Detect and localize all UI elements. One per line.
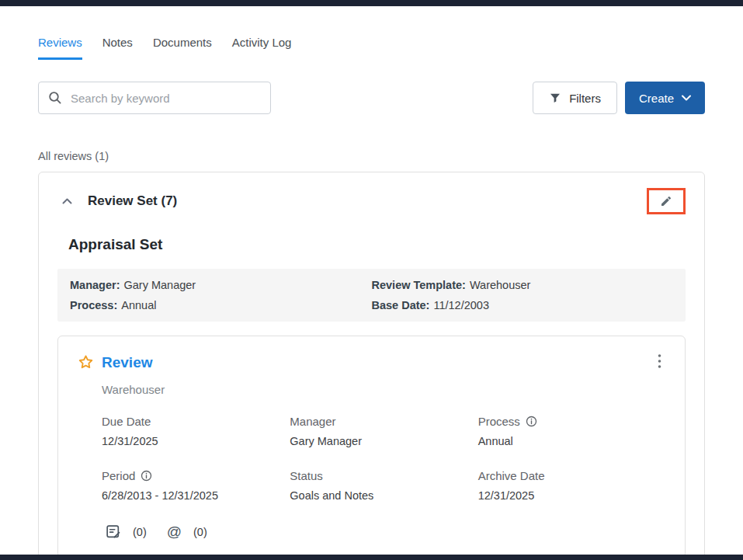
- review-set-name: Appraisal Set: [68, 236, 686, 253]
- summary-label: Base Date:: [372, 299, 430, 311]
- summary-review-template: Review Template:Warehouser: [372, 279, 674, 291]
- tab-documents[interactable]: Documents: [153, 36, 212, 60]
- field-manager: Manager Gary Manager: [290, 415, 477, 447]
- filter-funnel-icon: [549, 92, 561, 104]
- summary-label: Manager:: [70, 279, 120, 291]
- field-label: Period: [102, 469, 290, 482]
- edit-button-highlight: [647, 188, 686, 214]
- review-set-header: Review Set (7): [57, 188, 686, 214]
- field-status: Status Goals and Notes: [290, 469, 477, 502]
- review-title-link[interactable]: Review: [102, 354, 152, 371]
- field-value: Gary Manager: [290, 435, 477, 447]
- summary-base-date: Base Date:11/12/2003: [372, 299, 674, 311]
- summary-process: Process:Annual: [70, 299, 372, 311]
- field-value: 6/28/2013 - 12/31/2025: [102, 489, 290, 502]
- field-value: 12/31/2025: [102, 435, 290, 447]
- kebab-menu-button[interactable]: [653, 352, 666, 373]
- search-box: [38, 82, 271, 114]
- notes-counter: (0): [105, 523, 147, 540]
- notes-count: (0): [133, 526, 147, 538]
- field-due-date: Due Date 12/31/2025: [102, 415, 290, 447]
- tab-reviews[interactable]: Reviews: [38, 36, 82, 60]
- chevron-up-icon: [62, 198, 72, 204]
- summary-manager: Manager:Gary Manager: [70, 279, 372, 291]
- page: Reviews Notes Documents Activity Log Fil…: [0, 36, 743, 560]
- filters-label: Filters: [569, 92, 601, 105]
- field-label: Manager: [290, 415, 477, 428]
- pencil-icon: [660, 195, 672, 207]
- review-fields: Due Date 12/31/2025 Manager Gary Manager…: [102, 415, 666, 502]
- field-value: Annual: [478, 435, 666, 447]
- field-archive-date: Archive Date 12/31/2025: [478, 469, 666, 502]
- summary-value: Warehouser: [470, 279, 530, 291]
- chevron-down-icon: [682, 95, 691, 101]
- bottom-bar: [0, 555, 743, 560]
- field-value: 12/31/2025: [478, 489, 666, 502]
- tab-activity-log[interactable]: Activity Log: [232, 36, 292, 60]
- field-label: Archive Date: [478, 469, 666, 482]
- toolbar: Filters Create: [38, 82, 705, 114]
- toolbar-actions: Filters Create: [533, 82, 705, 114]
- summary-label: Review Template:: [372, 279, 466, 291]
- field-process: Process Annual: [478, 415, 666, 447]
- create-label: Create: [639, 92, 674, 105]
- all-reviews-count: All reviews (1): [38, 150, 705, 162]
- summary-value: Annual: [121, 299, 156, 311]
- notes-icon[interactable]: [105, 523, 121, 540]
- field-label: Due Date: [102, 415, 290, 428]
- search-icon: [48, 91, 62, 105]
- review-set-title: Review Set (7): [88, 193, 177, 209]
- review-header: Review: [77, 352, 666, 373]
- field-label: Process: [478, 415, 666, 428]
- create-button[interactable]: Create: [625, 82, 705, 114]
- review-set-summary: Manager:Gary Manager Review Template:War…: [57, 269, 686, 322]
- review-counters: (0) @ (0): [105, 523, 666, 540]
- review-set-card: Review Set (7) Appraisal Set Manager:Gar…: [38, 172, 705, 560]
- edit-button[interactable]: [649, 190, 683, 212]
- collapse-button[interactable]: [57, 195, 77, 207]
- field-value: Goals and Notes: [290, 489, 477, 502]
- mentions-count: (0): [193, 526, 207, 538]
- field-period: Period 6/28/2013 - 12/31/2025: [102, 469, 290, 502]
- review-template-name: Warehouser: [102, 383, 666, 396]
- mentions-icon[interactable]: @: [167, 524, 182, 539]
- field-label: Status: [290, 469, 477, 482]
- summary-value: Gary Manager: [123, 279, 196, 291]
- review-card: Review Warehouser Due Date 12/31/2025 Ma…: [57, 336, 686, 558]
- filters-button[interactable]: Filters: [533, 82, 617, 114]
- top-bar: [0, 0, 743, 6]
- tab-bar: Reviews Notes Documents Activity Log: [38, 36, 705, 60]
- mentions-counter: @ (0): [167, 524, 207, 539]
- info-icon[interactable]: [141, 470, 152, 482]
- summary-value: 11/12/2003: [433, 299, 489, 311]
- info-icon[interactable]: [526, 416, 537, 427]
- search-input[interactable]: [69, 91, 261, 106]
- star-icon: [77, 353, 95, 371]
- summary-label: Process:: [70, 299, 117, 311]
- tab-notes[interactable]: Notes: [102, 36, 133, 60]
